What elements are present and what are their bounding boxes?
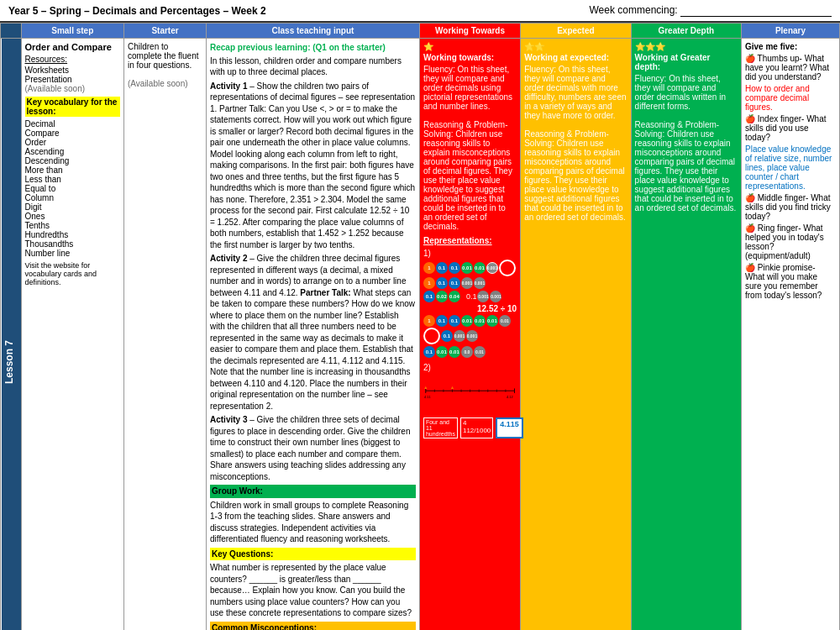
nl-boxes: Four and 11 hundredths 4 112/1000 4.115	[423, 417, 517, 438]
svg-marker-16	[469, 386, 471, 389]
exp-cell: ⭐⭐ Working at expected: Fluency: On this…	[521, 39, 631, 631]
vocab-less: Less than	[25, 175, 121, 184]
exp-content: Fluency: On this sheet, they will compar…	[524, 65, 627, 222]
plenary-intro: Give me five:	[745, 42, 836, 51]
rep-2-label: 2)	[423, 363, 517, 372]
starter-available: (Available soon)	[128, 79, 202, 88]
vocab-column: Column	[25, 193, 121, 202]
pvc-row3: 1 0.1 0.1 0.01 0.01 0.01 0.01 0.1 0.001 …	[423, 315, 517, 344]
plenary-pinkie: 🍎 Pinkie promise- What will you make sur…	[745, 263, 836, 300]
vocab-descending: Descending	[25, 156, 121, 165]
plenary-cell: Give me five: 🍎 Thumbs up- What have you…	[742, 39, 840, 631]
lesson-number-cell: Lesson 7	[1, 39, 22, 631]
small-step-title: Order and Compare	[25, 42, 121, 52]
class-teaching-header: Class teaching input	[207, 24, 420, 39]
svg-text:4.11: 4.11	[424, 395, 431, 399]
recap-label: Recap previous learning: (Q1 on the star…	[210, 42, 416, 54]
vocab-compare: Compare	[25, 129, 121, 138]
plenary-header: Plenary	[742, 24, 840, 39]
wt-header: Working Towards	[419, 24, 520, 39]
vocab-numberline: Number line	[25, 249, 121, 258]
exp-stars: ⭐⭐	[524, 42, 627, 51]
wt-stars: ⭐	[423, 42, 517, 51]
group-work-text: Children work in small groups to complet…	[210, 500, 416, 545]
resource-worksheets: Worksheets	[25, 66, 121, 75]
vocab-ascending: Ascending	[25, 147, 121, 156]
representations-label: Representations:	[423, 236, 517, 245]
plenary-thumbs: 🍎 Thumbs up- What have you learnt? What …	[745, 54, 836, 81]
vocab-ones: Ones	[25, 212, 121, 221]
gd-content: Fluency: On this sheet, they will compar…	[635, 74, 738, 213]
starter-text: Children to complete the fluent in four …	[128, 42, 202, 70]
pvc-row2: 0.1 0.02 0.04 0.1 0.001 0.001	[423, 291, 517, 302]
resources-label: Resources:	[25, 55, 121, 64]
starter-header: Starter	[124, 24, 207, 39]
gd-cell: ⭐⭐⭐ Working at Greater depth: Fluency: O…	[631, 39, 741, 631]
division-display: 12.52 ÷ 10	[423, 304, 517, 313]
misconceptions-label: Common Misconceptions:	[210, 622, 416, 631]
svg-text:4.12: 4.12	[507, 395, 513, 399]
lesson-col-blank	[1, 24, 22, 39]
plenary-index: 🍎 Index finger- What skills did you use …	[745, 114, 836, 142]
vocab-more: More than	[25, 165, 121, 175]
small-step-cell: Order and Compare Resources: Worksheets …	[21, 39, 124, 631]
gd-title: Working at Greater depth:	[635, 53, 738, 71]
wt-cell: ⭐ Working towards: Fluency: On this shee…	[419, 39, 520, 631]
key-vocab-label: Key vocabulary for the lesson:	[25, 97, 121, 117]
header-bar: Year 5 – Spring – Decimals and Percentag…	[0, 0, 840, 23]
key-q-text: What number is represented by the place …	[210, 562, 416, 619]
exp-header: Expected	[521, 24, 631, 39]
gd-header: Greater Depth	[631, 24, 741, 39]
class-intro: In this lesson, children order and compa…	[210, 55, 416, 78]
vocab-decimal: Decimal	[25, 119, 121, 129]
wt-content: Fluency: On this sheet, they will compar…	[423, 65, 517, 231]
plenary-how-to-order: How to order and compare decimal figures…	[745, 84, 836, 112]
number-line-svg: 4.11 4.12	[423, 372, 517, 414]
key-q-label: Key Questions:	[210, 548, 416, 561]
wt-title: Working towards:	[423, 53, 517, 62]
pvc-row4: 0.1 0.01 0.01 0.0 0.01	[423, 346, 517, 358]
plenary-place-value: Place value knowledge of relative size, …	[745, 144, 836, 191]
svg-marker-15	[451, 386, 454, 389]
act2-text: Activity 2 – Give the children three dec…	[210, 253, 416, 412]
exp-title: Working at expected:	[524, 53, 627, 62]
vocab-digit: Digit	[25, 202, 121, 212]
class-teaching-cell: Recap previous learning: (Q1 on the star…	[207, 39, 420, 631]
vocab-thousandths: Thousandths	[25, 239, 121, 249]
document-title: Year 5 – Spring – Decimals and Percentag…	[8, 5, 266, 17]
visit-text: Visit the website for vocabulary cards a…	[25, 261, 121, 286]
gd-stars: ⭐⭐⭐	[635, 42, 738, 51]
resource-presentation: Presentation	[25, 75, 121, 84]
vocab-order: Order	[25, 138, 121, 147]
group-work-label: Group Work:	[210, 485, 416, 498]
act1-text: Activity 1 – Show the children two pairs…	[210, 81, 416, 251]
pvc-row1: 1 0.1 0.1 0.01 0.01 0.001 1 0.1 0.1 0.00…	[423, 260, 517, 289]
small-step-header: Small step	[21, 24, 124, 39]
plenary-middle: 🍎 Middle finger- What skills did you fin…	[745, 193, 836, 221]
vocab-hundredths: Hundredths	[25, 230, 121, 239]
vocab-equal: Equal to	[25, 184, 121, 193]
svg-marker-14	[424, 386, 427, 389]
starter-cell: Children to complete the fluent in four …	[124, 39, 207, 631]
plenary-ring: 🍎 Ring finger- What helped you in today'…	[745, 223, 836, 260]
resource-available: (Available soon)	[25, 84, 121, 93]
vocab-tenths: Tenths	[25, 221, 121, 230]
act3-text: Activity 3 – Give the children three set…	[210, 414, 416, 482]
rep-1-label: 1)	[423, 249, 517, 258]
week-commencing: Week commencing:	[590, 4, 832, 17]
